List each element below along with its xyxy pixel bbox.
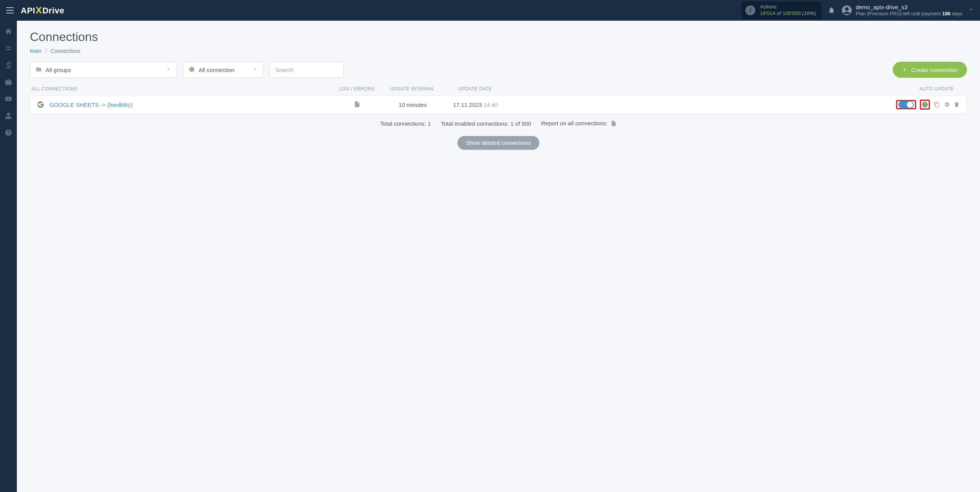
user-menu[interactable]: demo_apix-drive_s3 Plan |Premium PRO| le… [841, 4, 962, 17]
actions-of: of [775, 10, 782, 16]
svg-point-1 [845, 7, 848, 11]
logo[interactable]: API X Drive [21, 5, 64, 16]
actions-used: 18'014 [760, 10, 775, 16]
logo-drive: Drive [42, 6, 65, 16]
chevron-down-icon[interactable] [969, 7, 974, 14]
avatar-icon [841, 5, 852, 16]
logo-x: X [36, 5, 42, 16]
hamburger-menu[interactable] [6, 7, 14, 13]
logo-api: API [21, 6, 35, 16]
info-icon: i [745, 5, 755, 15]
actions-summary[interactable]: i Actions: 18'014 of 100'000 (18%) [742, 2, 821, 19]
username: demo_apix-drive_s3 [856, 4, 962, 11]
bell-icon[interactable] [828, 6, 835, 15]
actions-total: 100'000 [782, 10, 801, 16]
plan-line: Plan |Premium PRO| left until payment 18… [856, 11, 962, 17]
actions-label: Actions: [760, 4, 816, 10]
actions-pct: (18%) [801, 10, 816, 16]
